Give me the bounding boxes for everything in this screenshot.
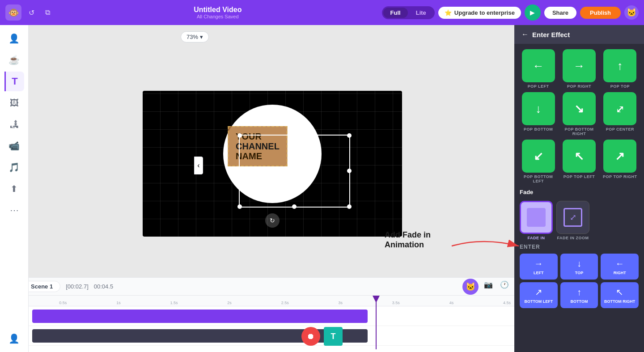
fade-in-zoom-btn[interactable]: ⤢ bbox=[556, 201, 589, 234]
effect-pop-bottom[interactable]: POP BOTTOM bbox=[520, 92, 557, 136]
effect-btn-pop-top[interactable] bbox=[603, 49, 636, 82]
effect-btn-pop-bl[interactable] bbox=[522, 140, 555, 173]
effect-pop-tr[interactable]: POP TOP RIGHT bbox=[602, 140, 639, 183]
panel-title: Enter Effect bbox=[532, 31, 570, 38]
effect-pop-top[interactable]: POP TOP bbox=[602, 49, 639, 89]
pop-bottom-icon bbox=[535, 102, 541, 116]
pop-bl-icon bbox=[534, 149, 543, 163]
timeline-avatar[interactable]: 🐱 bbox=[462, 279, 479, 295]
dir-top-button[interactable]: ↓ Top bbox=[560, 254, 598, 280]
effect-btn-pop-left[interactable] bbox=[522, 49, 555, 82]
dir-right-button[interactable]: ← Right bbox=[601, 254, 639, 280]
dir-bottom-label: Bottom bbox=[571, 299, 588, 304]
sidebar-item-user-profile[interactable]: 👤 bbox=[4, 329, 24, 348]
effect-btn-pop-tl[interactable] bbox=[563, 140, 596, 173]
sidebar-item-video[interactable]: 📹 bbox=[4, 136, 24, 156]
selection-box[interactable] bbox=[239, 135, 350, 208]
timeline-scene-label[interactable]: Scene 1 bbox=[23, 281, 60, 292]
record-icon: ⏺ bbox=[307, 332, 315, 341]
user-avatar[interactable]: 🐱 bbox=[624, 5, 639, 20]
sidebar-item-music[interactable]: 🎵 bbox=[4, 157, 24, 177]
handle-top-right[interactable] bbox=[347, 133, 352, 138]
fade-in-zoom-item[interactable]: ⤢ Fade In Zoom bbox=[556, 201, 589, 240]
timeline-needle bbox=[376, 296, 377, 349]
duplicate-button[interactable]: ⧉ bbox=[41, 6, 54, 19]
zoom-dropdown-icon: ▾ bbox=[200, 34, 203, 40]
dir-top-arrow-icon: ↓ bbox=[577, 259, 581, 269]
text-add-button[interactable]: T bbox=[324, 327, 343, 346]
timeline-clock-icon[interactable]: 🕐 bbox=[498, 279, 511, 291]
effect-btn-pop-center[interactable] bbox=[603, 92, 636, 125]
dir-bottom-right-button[interactable]: ↖ Bottom Right bbox=[601, 282, 639, 308]
effect-btn-pop-tr[interactable] bbox=[603, 140, 636, 173]
timeline-current-time: [00:02.7] bbox=[66, 283, 89, 290]
direction-grid: → Left ↓ Top ← Right ↗ Bottom Left ↑ Bot… bbox=[520, 254, 639, 308]
fade-in-btn[interactable] bbox=[520, 201, 553, 234]
share-button[interactable]: Share bbox=[544, 7, 576, 19]
fade-in-zoom-icon: ⤢ bbox=[564, 208, 582, 227]
dir-br-arrow-icon: ↖ bbox=[616, 287, 623, 297]
effect-btn-pop-br[interactable] bbox=[563, 92, 596, 125]
pop-left-icon bbox=[533, 59, 544, 73]
zoom-indicator[interactable]: 73% ▾ bbox=[181, 31, 209, 42]
record-button[interactable]: ⏺ bbox=[301, 327, 320, 346]
timeline-total-time: 00:04.5 bbox=[94, 283, 113, 290]
dir-bl-arrow-icon: ↗ bbox=[535, 287, 542, 297]
dir-bottom-left-button[interactable]: ↗ Bottom Left bbox=[520, 282, 558, 308]
effect-btn-pop-right[interactable] bbox=[563, 49, 596, 82]
back-arrow-icon[interactable]: ← bbox=[521, 30, 529, 38]
fade-in-item[interactable]: Fade In bbox=[520, 201, 553, 240]
dir-top-label: Top bbox=[575, 271, 583, 275]
annotation-line2: Animation bbox=[385, 240, 431, 250]
timeline-camera-icon[interactable]: 📷 bbox=[482, 279, 495, 291]
effect-label-pop-bottom: POP BOTTOM bbox=[524, 127, 553, 131]
effect-label-pop-top: POP TOP bbox=[610, 84, 630, 89]
effect-pop-br[interactable]: POP BOTTOM RIGHT bbox=[560, 92, 597, 136]
sidebar-item-more[interactable]: ⋯ bbox=[4, 200, 24, 220]
sidebar-item-images[interactable]: 🏞 bbox=[4, 115, 24, 134]
effect-pop-tl[interactable]: POP TOP LEFT bbox=[560, 140, 597, 183]
effect-label-pop-center: POP CENTER bbox=[606, 127, 634, 131]
ruler-25s: 2.5s bbox=[281, 301, 289, 305]
canvas-rotation-handle[interactable]: ↻ bbox=[265, 213, 280, 228]
mode-lite-button[interactable]: Lite bbox=[409, 8, 433, 18]
fade-section-title: Fade bbox=[520, 189, 639, 197]
preview-play-button[interactable]: ▶ bbox=[525, 4, 541, 21]
left-sidebar: 👤 ☕ T 🖼 🏞 📹 🎵 ⬆ ⋯ 👤 bbox=[0, 25, 29, 352]
enter-section-title: Enter bbox=[520, 244, 639, 250]
publish-button[interactable]: Publish bbox=[580, 7, 621, 19]
effect-pop-center[interactable]: POP CENTER bbox=[602, 92, 639, 136]
effect-label-pop-right: POP RIGHT bbox=[567, 84, 591, 89]
effect-pop-bl[interactable]: POP BOTTOM LEFT bbox=[520, 140, 557, 183]
dir-right-label: Right bbox=[614, 271, 626, 275]
sidebar-item-upload[interactable]: ⬆ bbox=[4, 179, 24, 199]
effect-pop-right[interactable]: POP RIGHT bbox=[560, 49, 597, 89]
sidebar-item-background[interactable]: 🖼 bbox=[4, 93, 24, 113]
dir-br-label: Bottom Right bbox=[604, 299, 635, 304]
undo-button[interactable]: ↺ bbox=[25, 6, 38, 19]
effect-btn-pop-bottom[interactable] bbox=[522, 92, 555, 125]
sidebar-item-characters[interactable]: ☕ bbox=[4, 50, 24, 70]
sidebar-item-text[interactable]: T bbox=[4, 72, 24, 91]
handle-left-mid[interactable] bbox=[237, 169, 242, 173]
annotation-line1: Add Fade in bbox=[385, 230, 431, 240]
handle-bottom-right[interactable] bbox=[347, 204, 352, 209]
track-clip-purple[interactable] bbox=[32, 310, 368, 323]
dir-bottom-button[interactable]: ↑ Bottom bbox=[560, 282, 598, 308]
handle-bottom-left[interactable] bbox=[237, 204, 242, 209]
dir-bottom-arrow-icon: ↑ bbox=[577, 287, 581, 297]
app-logo[interactable]: 🐵 bbox=[5, 4, 21, 21]
mode-full-button[interactable]: Full bbox=[383, 8, 408, 18]
effect-pop-left[interactable]: POP LEFT bbox=[520, 49, 557, 89]
ruler-3s: 3s bbox=[338, 301, 343, 305]
handle-top-mid[interactable] bbox=[292, 133, 297, 138]
dir-left-button[interactable]: → Left bbox=[520, 254, 558, 280]
handle-top-left[interactable] bbox=[237, 133, 242, 138]
timeline-icon-group: 🐱 📷 🕐 bbox=[462, 279, 511, 295]
panel-collapse-button[interactable]: ‹ bbox=[194, 157, 203, 174]
bottom-floating-buttons: ⏺ T bbox=[301, 327, 343, 346]
upgrade-button[interactable]: ⭐ Upgrade to enterprise bbox=[438, 7, 521, 19]
effect-label-pop-left: POP LEFT bbox=[528, 84, 549, 89]
dir-bl-label: Bottom Left bbox=[524, 299, 553, 304]
sidebar-item-avatar[interactable]: 👤 bbox=[4, 29, 24, 48]
